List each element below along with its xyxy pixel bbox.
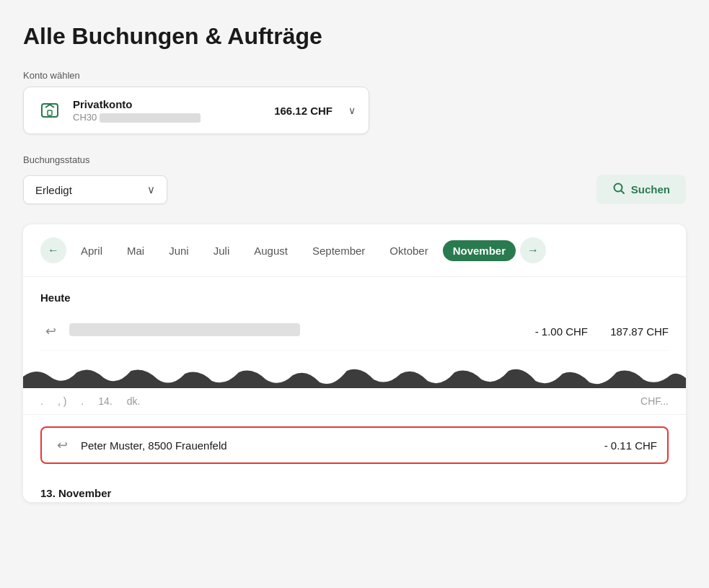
partial-col2: , )	[58, 395, 66, 407]
partial-row: . , ) . 14. dk. CHF...	[23, 388, 686, 415]
partial-col4: 14.	[98, 395, 112, 407]
transaction-name-blurred	[69, 323, 300, 336]
partial-col3: .	[81, 395, 84, 407]
scribble-divider	[23, 365, 686, 388]
filter-label: Buchungsstatus	[23, 154, 167, 165]
partial-col5: dk.	[127, 395, 141, 407]
status-chevron-icon: ∨	[147, 183, 155, 196]
next-month-button[interactable]: →	[520, 237, 546, 263]
prev-month-button[interactable]: ←	[40, 237, 66, 263]
partial-col6: CHF...	[640, 395, 669, 407]
month-tab-juli[interactable]: Juli	[203, 240, 240, 261]
filter-row: Buchungsstatus Erledigt ∨ Suchen	[23, 154, 686, 204]
search-icon	[612, 182, 625, 197]
status-select[interactable]: Erledigt ∨	[23, 175, 167, 204]
account-iban: CH30	[73, 112, 264, 123]
month-tab-oktober[interactable]: Oktober	[379, 240, 438, 261]
month-tab-september[interactable]: September	[302, 240, 375, 261]
transaction-balance: 187.87 CHF	[596, 325, 669, 338]
main-card: ← April Mai Juni Juli August September O…	[23, 224, 686, 502]
account-name: Privatkonto	[73, 98, 264, 110]
return-icon: ↩	[40, 321, 61, 341]
account-section-label: Konto wählen	[23, 70, 686, 81]
account-selector[interactable]: Privatkonto CH30 166.12 CHF ∨	[23, 87, 369, 134]
month-tab-mai[interactable]: Mai	[117, 240, 154, 261]
highlighted-return-icon: ↩	[52, 435, 72, 455]
highlighted-transaction-amount: - 0.11 CHF	[604, 439, 657, 452]
page-title: Alle Buchungen & Aufträge	[23, 23, 686, 50]
account-info: Privatkonto CH30	[73, 98, 264, 123]
month-tab-august[interactable]: August	[244, 240, 298, 261]
status-value: Erledigt	[35, 184, 72, 196]
filter-group: Buchungsstatus Erledigt ∨	[23, 154, 167, 204]
prev-arrow-icon: ←	[48, 244, 59, 257]
transactions-area: Heute ↩ - 1.00 CHF 187.87 CHF	[23, 277, 686, 365]
svg-line-3	[621, 191, 624, 194]
month-nav: ← April Mai Juni Juli August September O…	[23, 224, 686, 277]
account-chevron-icon: ∨	[348, 105, 356, 116]
month-tab-april[interactable]: April	[71, 240, 113, 261]
month-tab-juni[interactable]: Juni	[159, 240, 199, 261]
section-13nov: 13. November	[23, 475, 686, 502]
month-tab-november[interactable]: November	[443, 240, 516, 261]
account-icon	[37, 97, 63, 123]
today-label: Heute	[40, 291, 669, 304]
partial-col1: .	[40, 395, 43, 407]
next-arrow-icon: →	[527, 244, 539, 257]
search-button[interactable]: Suchen	[596, 175, 686, 204]
highlighted-transaction-name: Peter Muster, 8500 Frauenfeld	[81, 439, 596, 452]
search-label: Suchen	[631, 183, 670, 196]
account-balance: 166.12 CHF	[274, 105, 333, 117]
transaction-amount: - 1.00 CHF	[535, 325, 588, 338]
section-13nov-label: 13. November	[40, 487, 669, 499]
table-row[interactable]: ↩ - 1.00 CHF 187.87 CHF	[40, 312, 669, 351]
highlighted-transaction-row[interactable]: ↩ Peter Muster, 8500 Frauenfeld - 0.11 C…	[40, 426, 669, 464]
svg-rect-1	[48, 110, 52, 115]
